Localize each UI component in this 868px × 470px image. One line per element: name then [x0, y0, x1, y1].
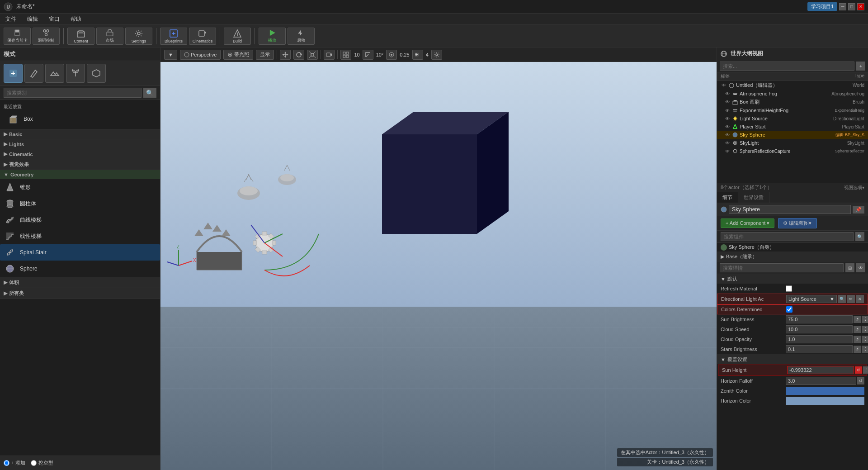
visual-effects-section-header[interactable]: ▶ 视觉效果 — [0, 159, 160, 170]
dp-override-header[interactable]: ▼ 覆盖设置 — [717, 355, 868, 364]
geometry-spiral-stair-item[interactable]: Spiral Stair — [0, 244, 160, 261]
recent-box-item[interactable]: Box — [4, 111, 156, 127]
wo-exp-fog-item[interactable]: 👁 ExponentialHeightFog ExponentialHeig — [717, 106, 868, 114]
wo-sky-sphere-item[interactable]: 👁 Sky Sphere 编辑 BP_Sky_S — [717, 131, 868, 139]
wo-search-input[interactable] — [720, 62, 854, 71]
dp-horizon-falloff-input[interactable] — [786, 377, 856, 385]
maximize-button[interactable]: □ — [848, 3, 855, 10]
dp-search-button[interactable]: 🔍 — [855, 232, 864, 241]
geometry-section-header[interactable]: ▼ Geometry — [0, 170, 160, 179]
wo-vis-icon[interactable]: 👁 — [724, 123, 731, 130]
wo-vis-icon[interactable]: 👁 — [721, 82, 727, 89]
display-button[interactable]: 显示 — [256, 50, 274, 60]
dp-stars-brightness-options[interactable]: ⋮ — [862, 346, 868, 353]
wo-add-button[interactable]: + — [856, 62, 865, 71]
viewport-settings-button[interactable] — [431, 50, 442, 60]
dp-sun-height-reset[interactable]: ↺ — [855, 366, 862, 374]
all-classes-section-header[interactable]: ▶ 所有类 — [0, 288, 160, 299]
add-component-button[interactable]: + Add Component ▾ — [721, 218, 774, 228]
dp-sun-brightness-input[interactable] — [786, 315, 853, 323]
wo-sphere-reflect-item[interactable]: 👁 SphereReflectionCapture SphereReflecto… — [717, 147, 868, 155]
wo-fog-item[interactable]: 👁 Atmospheric Fog AtmosphericFog — [717, 90, 868, 98]
wo-player-item[interactable]: 👁 Player Start PlayerStart — [717, 123, 868, 131]
dp-clear-actor-button[interactable]: ✕ — [856, 295, 864, 303]
dp-pin-button[interactable]: 📌 — [853, 206, 864, 214]
dp-zenith-color-swatch[interactable] — [786, 387, 864, 395]
paint-mode-button[interactable] — [24, 64, 43, 83]
search-categories-input[interactable] — [4, 88, 142, 98]
cinematics-button[interactable]: Cinematics — [189, 28, 216, 45]
wo-box-item[interactable]: 👁 Box 画刷 Brush — [717, 98, 868, 106]
dp-cloud-opacity-options[interactable]: ⋮ — [862, 336, 868, 343]
perspective-button[interactable]: Perspective — [180, 50, 221, 60]
dp-horizon-color-swatch[interactable] — [786, 397, 864, 405]
wo-light-item[interactable]: 👁 Light Source DirectionalLight — [717, 114, 868, 123]
dp-grid-view-button[interactable]: ⊞ — [845, 263, 854, 272]
dp-base-header[interactable]: ▶ Base（继承） — [717, 252, 868, 261]
dp-tab-world-settings[interactable]: 世界设置 — [738, 192, 769, 203]
camera-speed-button[interactable] — [324, 50, 335, 60]
dp-cloud-speed-input[interactable] — [786, 325, 853, 333]
basic-section-header[interactable]: ▶ Basic — [0, 129, 160, 139]
rotate-button[interactable] — [293, 50, 304, 60]
blueprints-button[interactable]: Blueprints — [160, 28, 187, 45]
dp-cloud-opacity-input[interactable] — [786, 335, 853, 343]
dp-cloud-speed-reset[interactable]: ↺ — [854, 326, 861, 333]
wo-view-options-button[interactable]: 视图选项▾ — [844, 184, 864, 191]
launch-button[interactable]: 启动 — [288, 28, 315, 45]
save-card-button[interactable]: 保存当前卡 — [4, 28, 31, 45]
lighting-button[interactable]: 带光照 — [223, 50, 253, 60]
dp-sun-brightness-options[interactable]: ⋮ — [862, 316, 868, 323]
viewport-canvas[interactable]: X Z 在其中选中Actor：Untitled_3（永久性） 关卡：Untitl… — [160, 62, 717, 470]
edit-blueprint-button[interactable]: ⚙ 编辑蓝图▾ — [778, 218, 816, 228]
angle-snap-button[interactable] — [363, 50, 373, 60]
scale-button[interactable] — [307, 50, 318, 60]
foliage-mode-button[interactable] — [66, 64, 85, 83]
play-button[interactable]: 播放 — [259, 28, 286, 45]
dp-search-input[interactable] — [721, 232, 854, 241]
dp-eye-button[interactable]: 👁 — [856, 263, 865, 272]
dp-details-search-input[interactable] — [720, 263, 844, 272]
menu-help[interactable]: 帮助 — [69, 14, 83, 24]
dp-directional-light-dropdown[interactable]: Light Source ▼ — [786, 295, 837, 303]
dp-tab-details[interactable]: 细节 — [717, 192, 738, 203]
close-button[interactable]: ✕ — [857, 3, 864, 10]
dp-edit-actor-button[interactable]: ✏ — [847, 295, 855, 303]
dp-stars-brightness-input[interactable] — [786, 345, 853, 353]
wo-vis-icon[interactable]: 👁 — [724, 140, 731, 146]
content-button[interactable]: Content — [67, 28, 94, 45]
dp-sun-height-input[interactable] — [787, 366, 854, 374]
dp-search-actor-button[interactable]: 🔍 — [838, 295, 846, 303]
viewport-menu-button[interactable]: ▼ — [164, 50, 177, 60]
layer-button[interactable]: ⊞ — [412, 50, 423, 60]
dp-sun-brightness-reset[interactable]: ↺ — [854, 316, 861, 323]
dp-actor-name-input[interactable] — [729, 205, 851, 214]
marketplace-button[interactable]: 市场 — [96, 28, 123, 45]
dp-refresh-material-checkbox[interactable] — [786, 285, 792, 292]
geometry-cylinder-item[interactable]: 圆柱体 — [0, 195, 160, 212]
geometry-sphere-item[interactable]: Sphere — [0, 261, 160, 277]
cinematic-section-header[interactable]: ▶ Cinematic — [0, 149, 160, 159]
add-radio[interactable]: + 添加 — [4, 460, 25, 466]
build-button[interactable]: Build — [224, 28, 251, 45]
search-categories-button[interactable]: 🔍 — [143, 88, 156, 98]
geometry-cone-item[interactable]: 锥形 — [0, 179, 160, 195]
dp-default-header[interactable]: ▼ 默认 — [717, 274, 868, 284]
dp-cloud-opacity-reset[interactable]: ↺ — [854, 336, 861, 343]
scale-snap-button[interactable] — [386, 50, 397, 60]
volume-section-header[interactable]: ▶ 体积 — [0, 277, 160, 288]
wo-vis-icon[interactable]: 👁 — [724, 107, 731, 114]
lights-section-header[interactable]: ▶ Lights — [0, 139, 160, 149]
remove-radio[interactable]: 挖空型 — [31, 460, 53, 466]
wo-vis-icon[interactable]: 👁 — [724, 132, 731, 138]
landscape-mode-button[interactable] — [45, 64, 64, 83]
translate-button[interactable] — [280, 50, 291, 60]
menu-file[interactable]: 文件 — [4, 14, 18, 24]
dp-colors-determined-checkbox[interactable] — [786, 306, 793, 313]
geometry-mode-button[interactable] — [87, 64, 106, 83]
geometry-linear-stair-item[interactable]: 线性楼梯 — [0, 228, 160, 244]
dp-self-component[interactable]: Sky Sphere（自身） — [717, 243, 868, 252]
dp-horizon-falloff-reset[interactable]: ↺ — [857, 377, 864, 385]
minimize-button[interactable]: ─ — [839, 3, 846, 10]
dp-sun-height-options[interactable]: ⋮ — [863, 366, 868, 374]
